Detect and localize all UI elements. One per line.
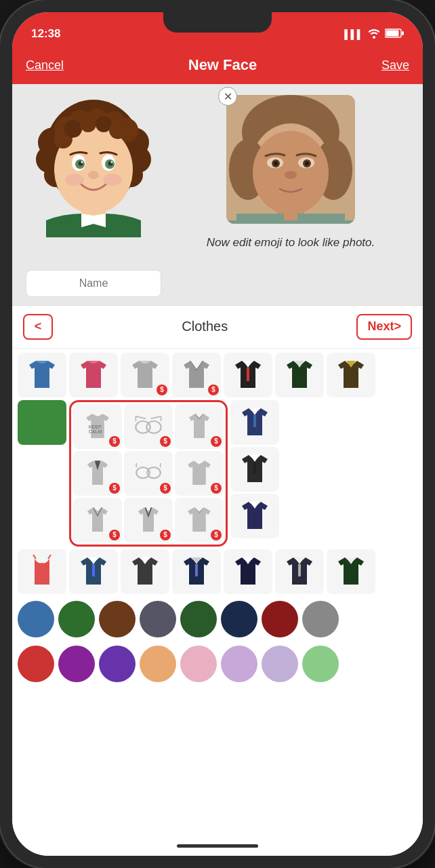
color-dot-navy[interactable]	[221, 601, 257, 637]
prev-category-button[interactable]: <	[23, 314, 53, 340]
clothes-item[interactable]: $	[124, 451, 173, 496]
name-input-container	[12, 262, 423, 305]
svg-point-32	[109, 121, 127, 139]
color-dot-brown[interactable]	[99, 601, 136, 637]
price-badge: $	[160, 436, 171, 447]
color-dot-dark-red[interactable]	[262, 601, 298, 637]
color-dot-purple[interactable]	[58, 646, 95, 682]
color-row-1	[12, 597, 423, 639]
clothes-item[interactable]: $	[124, 404, 173, 449]
phone-screen: 12:38 ▌▌▌	[12, 12, 423, 856]
clothes-item[interactable]	[18, 353, 66, 397]
clothes-item[interactable]: $	[124, 498, 173, 542]
clothes-item[interactable]	[224, 549, 272, 594]
clothes-item[interactable]	[224, 353, 272, 397]
color-dot-dark-green[interactable]	[180, 601, 217, 637]
clothes-item[interactable]	[121, 549, 169, 594]
face-photo	[226, 95, 355, 224]
svg-rect-48	[236, 214, 284, 224]
app-header: Cancel New Face Save	[12, 46, 423, 84]
svg-rect-64	[253, 462, 256, 474]
photo-section: ✕	[172, 95, 409, 251]
price-badge: $	[211, 530, 222, 540]
face-section: ✕	[26, 95, 409, 251]
color-dot-peach[interactable]	[140, 646, 176, 682]
clothes-item[interactable]	[230, 494, 279, 538]
price-badge: $	[211, 436, 222, 447]
svg-point-26	[103, 174, 122, 186]
color-dot-slate[interactable]	[140, 601, 176, 637]
svg-rect-68	[195, 564, 198, 576]
clothes-item[interactable]	[69, 353, 118, 397]
clothes-row-3	[12, 548, 423, 597]
price-badge: $	[160, 483, 171, 494]
clothes-item-selected-green[interactable]	[18, 400, 66, 445]
home-indicator[interactable]	[177, 844, 258, 848]
color-dot-light-green[interactable]	[302, 646, 339, 682]
signal-icon: ▌▌▌	[344, 29, 363, 39]
price-badge: $	[211, 483, 222, 494]
color-dot-green[interactable]	[58, 601, 95, 637]
next-category-button[interactable]: Next>	[356, 314, 412, 340]
cancel-button[interactable]: Cancel	[26, 58, 64, 73]
svg-point-54	[146, 421, 161, 433]
main-content: ✕	[12, 84, 423, 262]
color-dot-blue[interactable]	[18, 601, 54, 637]
svg-rect-67	[92, 564, 95, 576]
category-title: Clothes	[182, 319, 228, 334]
color-dot-gray[interactable]	[302, 601, 339, 637]
clothes-item[interactable]: KEEP CALM $	[73, 404, 122, 449]
save-button[interactable]: Save	[381, 58, 409, 73]
svg-rect-1	[386, 31, 399, 37]
price-badge: $	[157, 384, 167, 395]
battery-icon	[385, 28, 404, 40]
next-label: Next>	[367, 319, 401, 334]
box-row-1: KEEP CALM $	[73, 404, 224, 449]
svg-rect-49	[297, 214, 345, 224]
price-badge: $	[160, 530, 171, 540]
clothes-row-1: $ $	[12, 349, 423, 399]
color-dot-lilac[interactable]	[262, 646, 298, 682]
close-photo-button[interactable]: ✕	[218, 87, 237, 106]
name-input[interactable]	[26, 270, 161, 297]
color-dot-lavender[interactable]	[221, 646, 257, 682]
clothes-section: < Clothes Next>	[12, 305, 423, 835]
app-container: 12:38 ▌▌▌	[12, 12, 423, 856]
clothes-item[interactable]: $	[175, 451, 224, 496]
clothes-item[interactable]	[275, 549, 324, 594]
clothes-row-2: KEEP CALM $	[12, 399, 423, 548]
clothes-item[interactable]	[172, 549, 221, 594]
clothes-item[interactable]: $	[121, 353, 169, 397]
color-dot-violet[interactable]	[99, 646, 136, 682]
clothes-item[interactable]	[327, 549, 375, 594]
emoji-preview	[26, 95, 161, 237]
clothes-item[interactable]	[18, 549, 66, 594]
clothes-item[interactable]	[275, 353, 324, 397]
clothes-item[interactable]	[69, 549, 118, 594]
clothes-item[interactable]: $	[175, 404, 224, 449]
svg-line-58	[151, 416, 161, 419]
color-dot-red[interactable]	[18, 646, 54, 682]
clothes-item[interactable]: $	[175, 498, 224, 542]
clothes-item[interactable]: $	[73, 451, 122, 496]
status-time: 12:38	[31, 27, 60, 41]
color-dot-pink[interactable]	[180, 646, 217, 682]
svg-point-29	[64, 120, 82, 138]
clothes-item[interactable]	[230, 400, 279, 445]
box-row-3: $ $	[73, 498, 224, 542]
clothes-item[interactable]	[230, 447, 279, 492]
selection-box: KEEP CALM $	[69, 400, 228, 547]
phone-frame: 12:38 ▌▌▌	[0, 0, 435, 868]
clothes-item[interactable]: $	[172, 353, 221, 397]
price-badge: $	[109, 530, 120, 540]
wifi-icon	[367, 28, 381, 41]
prev-icon: <	[35, 319, 42, 334]
price-badge: $	[109, 436, 120, 447]
svg-point-45	[285, 171, 297, 179]
svg-line-66	[48, 555, 51, 559]
right-uniform-items	[230, 400, 279, 547]
clothes-item[interactable]	[327, 353, 375, 397]
svg-text:CALM: CALM	[89, 429, 102, 435]
box-row-2: $ $	[73, 451, 224, 496]
clothes-item[interactable]: $	[73, 498, 122, 542]
